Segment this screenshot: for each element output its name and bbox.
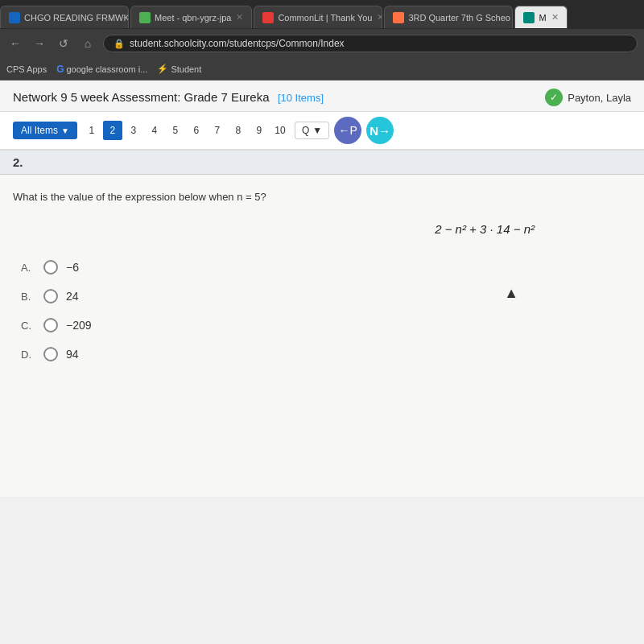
tab-label-1: CHGO READING FRMWK: [24, 13, 129, 23]
question-content-wrapper: What is the value of the expression belo…: [13, 191, 631, 361]
all-items-label: All Items: [21, 125, 58, 136]
all-items-button[interactable]: All Items ▼: [13, 122, 77, 139]
assessment-title: Network 9 5 week Assessment: Grade 7 Eur…: [13, 90, 324, 105]
q-num-7[interactable]: 7: [208, 121, 227, 140]
option-c[interactable]: C. −209: [21, 318, 631, 332]
option-b[interactable]: B. 24: [21, 289, 631, 303]
option-d-label: D.: [21, 349, 35, 361]
radio-c[interactable]: [43, 318, 58, 332]
q-num-5[interactable]: 5: [166, 121, 185, 140]
next-icon: N→: [369, 124, 390, 138]
radio-d[interactable]: [43, 347, 58, 361]
prev-button[interactable]: ←P: [334, 117, 361, 144]
radio-b[interactable]: [43, 289, 58, 303]
q-num-1[interactable]: 1: [82, 121, 101, 140]
item-count-badge: [10 Items]: [278, 92, 324, 104]
tab-label-3: CommonLit | Thank You: [278, 13, 372, 23]
option-c-value: −209: [66, 319, 92, 332]
q-num-10[interactable]: 10: [270, 121, 290, 140]
bookmark-google-classroom[interactable]: G google classroom i...: [56, 64, 147, 75]
option-b-value: 24: [66, 290, 79, 303]
bookmark-label-1: CPS Apps: [6, 64, 47, 74]
bookmark-label-2: google classroom i...: [66, 64, 147, 74]
q-num-4[interactable]: 4: [145, 121, 164, 140]
tab-favicon-3: [262, 12, 274, 23]
nav-toolbar: All Items ▼ 1 2 3 4 5 6 7 8 9 10 Q ▼ ←P …: [0, 112, 644, 151]
answer-options: A. −6 B. 24 C. −209: [13, 260, 631, 361]
bookmark-label-3: Student: [171, 64, 201, 74]
radio-a[interactable]: [43, 260, 58, 275]
question-area: 2. What is the value of the expression b…: [0, 151, 644, 497]
student-icon: ⚡: [157, 64, 168, 74]
assessment-title-text: Network 9 5 week Assessment: Grade 7 Eur…: [13, 90, 269, 104]
dropdown-arrow-icon: ▼: [61, 126, 69, 135]
option-d[interactable]: D. 94: [21, 347, 631, 361]
prev-icon: ←P: [338, 124, 357, 137]
search-dropdown-icon: ▼: [312, 125, 322, 136]
tab-label-5: M: [539, 13, 546, 23]
tab-3rd-quarter[interactable]: 3RD Quarter 7th G Scheo ✕: [384, 6, 513, 28]
option-b-label: B.: [21, 291, 35, 303]
tab-bar: CHGO READING FRMWK ✕ Meet - qbn-ygrz-jpa…: [0, 0, 644, 29]
back-button[interactable]: ←: [6, 35, 24, 52]
bookmark-cps-apps[interactable]: CPS Apps: [6, 64, 47, 74]
tab-close-5[interactable]: ✕: [551, 12, 559, 23]
user-info: ✓ Payton, Layla: [545, 89, 631, 106]
tab-label-2: Meet - qbn-ygrz-jpa: [155, 13, 231, 23]
tab-favicon-1: [9, 12, 20, 23]
url-text: student.schoolcity.com/studentcps/Common…: [130, 38, 345, 49]
forward-button[interactable]: →: [31, 35, 48, 52]
question-text: What is the value of the expression belo…: [13, 191, 631, 203]
tab-favicon-2: [139, 12, 151, 23]
page-content: Network 9 5 week Assessment: Grade 7 Eur…: [0, 80, 644, 644]
option-a-value: −6: [66, 261, 79, 274]
home-button[interactable]: ⌂: [79, 35, 97, 52]
tab-commonlit[interactable]: CommonLit | Thank You ✕: [254, 6, 382, 28]
math-expression: 2 − n² + 3 · 14 − n²: [13, 222, 631, 236]
search-label: Q: [302, 125, 309, 136]
option-c-label: C.: [21, 320, 35, 332]
url-bar[interactable]: 🔒 student.schoolcity.com/studentcps/Comm…: [103, 35, 638, 52]
google-icon: G: [56, 64, 64, 75]
browser-chrome: CHGO READING FRMWK ✕ Meet - qbn-ygrz-jpa…: [0, 0, 644, 80]
tab-favicon-5: [523, 12, 535, 23]
tab-label-4: 3RD Quarter 7th G Scheo: [408, 13, 510, 23]
tab-meet[interactable]: Meet - qbn-ygrz-jpa ✕: [130, 6, 252, 28]
next-button[interactable]: N→: [366, 117, 394, 144]
q-num-6[interactable]: 6: [187, 121, 206, 140]
reload-button[interactable]: ↺: [55, 35, 72, 52]
bookmarks-bar: CPS Apps G google classroom i... ⚡ Stude…: [0, 58, 644, 80]
option-a-label: A.: [21, 262, 35, 274]
option-d-value: 94: [66, 348, 79, 361]
user-check-icon: ✓: [545, 89, 563, 106]
address-bar: ← → ↺ ⌂ 🔒 student.schoolcity.com/student…: [0, 29, 644, 58]
q-num-9[interactable]: 9: [250, 121, 269, 140]
tab-close-2[interactable]: ✕: [236, 12, 243, 23]
lock-icon: 🔒: [114, 39, 125, 49]
tab-favicon-4: [393, 12, 404, 23]
question-numbers: 1 2 3 4 5 6 7 8 9 10: [82, 121, 290, 140]
q-num-2[interactable]: 2: [103, 121, 122, 140]
tab-close-3[interactable]: ✕: [377, 12, 382, 23]
bookmark-student[interactable]: ⚡ Student: [157, 64, 201, 74]
tab-chgo-reading[interactable]: CHGO READING FRMWK ✕: [0, 6, 129, 28]
assessment-header: Network 9 5 week Assessment: Grade 7 Eur…: [0, 80, 644, 112]
tab-active[interactable]: M ✕: [514, 6, 567, 28]
question-body: What is the value of the expression belo…: [0, 175, 644, 497]
q-num-3[interactable]: 3: [124, 121, 143, 140]
q-num-8[interactable]: 8: [229, 121, 248, 140]
question-number: 2.: [13, 155, 23, 169]
user-name: Payton, Layla: [568, 92, 631, 104]
question-header: 2.: [0, 151, 644, 175]
search-button[interactable]: Q ▼: [295, 122, 329, 139]
option-a[interactable]: A. −6: [21, 260, 631, 275]
